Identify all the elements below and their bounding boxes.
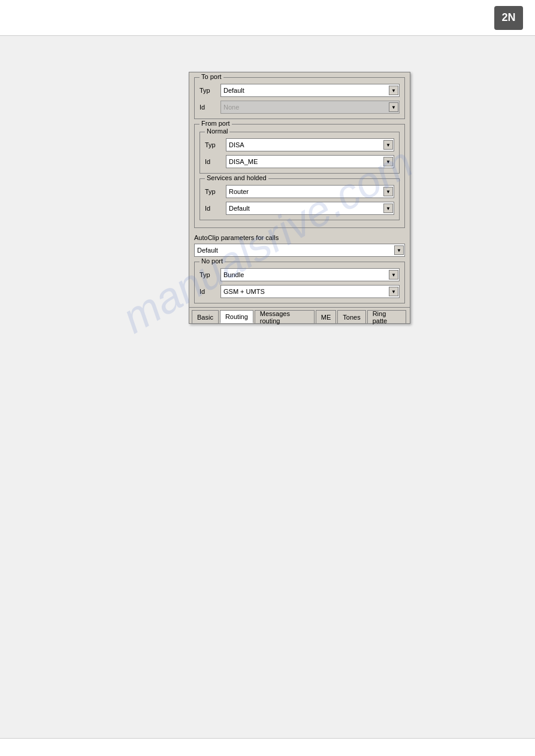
autoclip-select-wrapper[interactable]: Default ▼ (194, 244, 405, 257)
normal-typ-select[interactable]: DISA Default Router Bundle (226, 138, 394, 151)
normal-typ-select-wrapper[interactable]: DISA Default Router Bundle ▼ (226, 138, 394, 151)
to-port-typ-row: Typ Default DISA Router Bundle ▼ (200, 84, 400, 97)
normal-typ-row: Typ DISA Default Router Bundle ▼ (205, 138, 394, 151)
normal-id-row: Id DISA_ME ▼ (205, 155, 394, 168)
services-id-row: Id Default ▼ (205, 202, 394, 215)
normal-typ-label: Typ (205, 141, 226, 148)
tab-tones[interactable]: Tones (337, 310, 365, 323)
no-port-id-label: Id (200, 288, 220, 295)
tab-messages-routing[interactable]: Messages routing (255, 310, 315, 323)
header-bar: 2N (0, 0, 535, 36)
services-id-select-wrapper[interactable]: Default ▼ (226, 202, 394, 215)
services-subgroup: Services and holded Typ Router DISA Defa… (200, 178, 400, 220)
services-typ-label: Typ (205, 188, 226, 195)
logo-2n: 2N (494, 6, 523, 30)
normal-id-label: Id (205, 158, 226, 165)
autoclip-label: AutoClip parameters for calls (194, 234, 405, 241)
to-port-legend: To port (200, 73, 223, 80)
to-port-group: To port Typ Default DISA Router Bundle ▼… (194, 77, 405, 119)
autoclip-select[interactable]: Default (194, 244, 405, 257)
normal-legend: Normal (205, 127, 229, 135)
autoclip-section: AutoClip parameters for calls Default ▼ (194, 234, 405, 257)
to-port-id-row: Id None ▼ (200, 101, 400, 114)
dialog-panel: To port Typ Default DISA Router Bundle ▼… (189, 72, 410, 324)
no-port-group: No port Typ Bundle Default DISA Router ▼… (194, 262, 405, 303)
to-port-id-select: None (220, 101, 400, 114)
no-port-typ-select[interactable]: Bundle Default DISA Router (220, 268, 400, 281)
tab-basic[interactable]: Basic (192, 310, 219, 323)
to-port-typ-label: Typ (200, 87, 220, 94)
to-port-typ-select[interactable]: Default DISA Router Bundle (220, 84, 400, 97)
from-port-legend: From port (200, 120, 232, 127)
normal-subgroup: Normal Typ DISA Default Router Bundle ▼ (200, 132, 400, 174)
no-port-typ-select-wrapper[interactable]: Bundle Default DISA Router ▼ (220, 268, 400, 281)
tabs-bar: Basic Routing Messages routing ME Tones … (189, 307, 410, 323)
to-port-typ-select-wrapper[interactable]: Default DISA Router Bundle ▼ (220, 84, 400, 97)
normal-id-select[interactable]: DISA_ME (226, 155, 394, 168)
no-port-typ-row: Typ Bundle Default DISA Router ▼ (200, 268, 400, 281)
no-port-typ-label: Typ (200, 271, 220, 278)
normal-id-select-wrapper[interactable]: DISA_ME ▼ (226, 155, 394, 168)
no-port-id-select-wrapper[interactable]: GSM + UMTS ▼ (220, 285, 400, 298)
services-typ-select-wrapper[interactable]: Router DISA Default Bundle ▼ (226, 185, 394, 198)
no-port-legend: No port (200, 257, 225, 265)
services-id-select[interactable]: Default (226, 202, 394, 215)
main-content: manualsrive.com To port Typ Default DISA… (0, 36, 535, 738)
to-port-id-label: Id (200, 104, 220, 111)
services-legend: Services and holded (205, 174, 268, 181)
tab-me[interactable]: ME (316, 310, 337, 323)
footer-bar (0, 738, 535, 756)
no-port-id-row: Id GSM + UMTS ▼ (200, 285, 400, 298)
tab-ring-patte[interactable]: Ring patte (367, 310, 406, 323)
to-port-id-select-wrapper: None ▼ (220, 101, 400, 114)
services-typ-row: Typ Router DISA Default Bundle ▼ (205, 185, 394, 198)
from-port-group: From port Normal Typ DISA Default Router… (194, 124, 405, 228)
tab-routing[interactable]: Routing (220, 310, 253, 323)
services-id-label: Id (205, 205, 226, 212)
services-typ-select[interactable]: Router DISA Default Bundle (226, 185, 394, 198)
no-port-id-select[interactable]: GSM + UMTS (220, 285, 400, 298)
